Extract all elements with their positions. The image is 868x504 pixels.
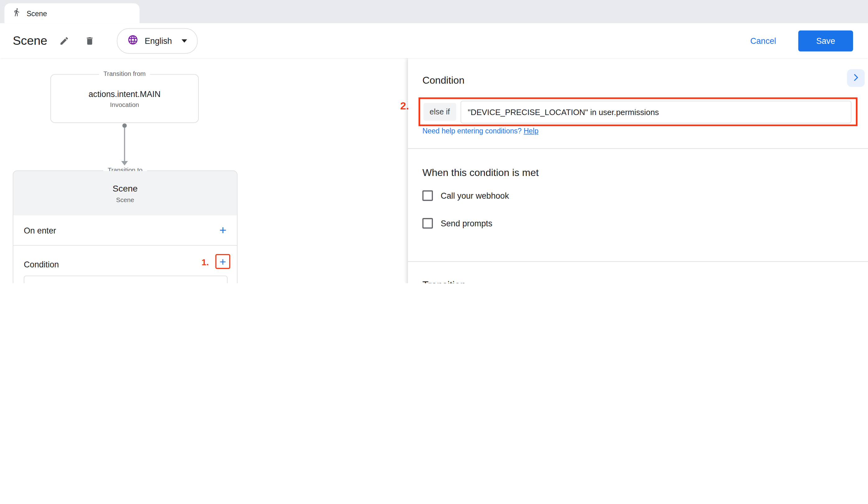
app-root: Scene Scene English Cancel Save: [0, 0, 868, 283]
prompts-label: Send prompts: [441, 219, 492, 228]
add-condition-button[interactable]: +: [219, 256, 226, 267]
tab-title: Scene: [27, 9, 47, 18]
conditions-help-link[interactable]: Help: [524, 127, 539, 135]
main-area: Transition from actions.intent.MAIN Invo…: [0, 58, 868, 283]
globe-icon: [127, 34, 139, 47]
annotation-1: 1.: [202, 258, 209, 267]
browser-tab[interactable]: Scene: [4, 3, 140, 23]
add-condition-highlight: +: [215, 254, 230, 269]
scene-node-header[interactable]: Scene Scene: [13, 171, 237, 215]
pencil-icon: [59, 36, 69, 46]
on-enter-row: On enter +: [13, 215, 237, 245]
walk-icon: [12, 8, 21, 19]
conditions-help-text: Need help entering conditions? Help: [422, 127, 538, 135]
add-on-enter-button[interactable]: +: [219, 224, 226, 236]
intent-name: actions.intent.MAIN: [89, 89, 161, 98]
prompts-checkbox-row[interactable]: Send prompts: [422, 218, 492, 229]
trash-icon: [85, 36, 95, 46]
else-if-chip: else if: [424, 103, 456, 120]
connector-arrowhead-icon: [121, 161, 128, 165]
transition-heading: Transition: [422, 280, 466, 283]
delete-scene-button[interactable]: [82, 32, 98, 49]
condition-input[interactable]: [461, 101, 851, 124]
details-panel: Condition 2. else if Need help entering …: [408, 58, 868, 283]
scene-name: Scene: [113, 183, 138, 193]
on-enter-label: On enter: [24, 225, 56, 235]
page-header: Scene English Cancel Save: [0, 23, 868, 58]
scene-node[interactable]: Transition to Scene Scene On enter + Con…: [13, 170, 238, 283]
annotation-2: 2.: [400, 100, 409, 112]
collapse-panel-button[interactable]: [847, 69, 865, 87]
transition-from-node[interactable]: Transition from actions.intent.MAIN Invo…: [50, 74, 199, 123]
panel-condition-heading: Condition: [422, 75, 464, 86]
caret-down-icon: [181, 39, 187, 42]
connector-dot: [122, 124, 126, 128]
webhook-checkbox[interactable]: [422, 190, 433, 201]
chevron-right-icon: [851, 72, 861, 84]
transition-from-label: Transition from: [99, 70, 150, 77]
divider: [408, 148, 868, 149]
page-title: Scene: [13, 34, 47, 48]
intent-type: Invocation: [110, 101, 139, 108]
edit-scene-button[interactable]: [56, 32, 72, 49]
cancel-button[interactable]: Cancel: [747, 35, 779, 46]
tab-strip: Scene: [0, 0, 868, 23]
webhook-checkbox-row[interactable]: Call your webhook: [422, 190, 509, 201]
language-label: English: [145, 36, 172, 45]
language-selector[interactable]: English: [117, 28, 197, 53]
scene-type: Scene: [116, 196, 134, 203]
when-met-heading: When this condition is met: [422, 167, 539, 179]
condition-section-label: Condition: [24, 259, 59, 269]
divider: [408, 261, 868, 262]
connector-line: [124, 128, 125, 161]
prompts-checkbox[interactable]: [422, 218, 433, 229]
divider: [13, 245, 237, 246]
condition-item-1[interactable]: if scene.slots.status == "FINAL" && (ses…: [24, 275, 228, 283]
save-button[interactable]: Save: [798, 30, 853, 51]
webhook-label: Call your webhook: [441, 191, 509, 200]
